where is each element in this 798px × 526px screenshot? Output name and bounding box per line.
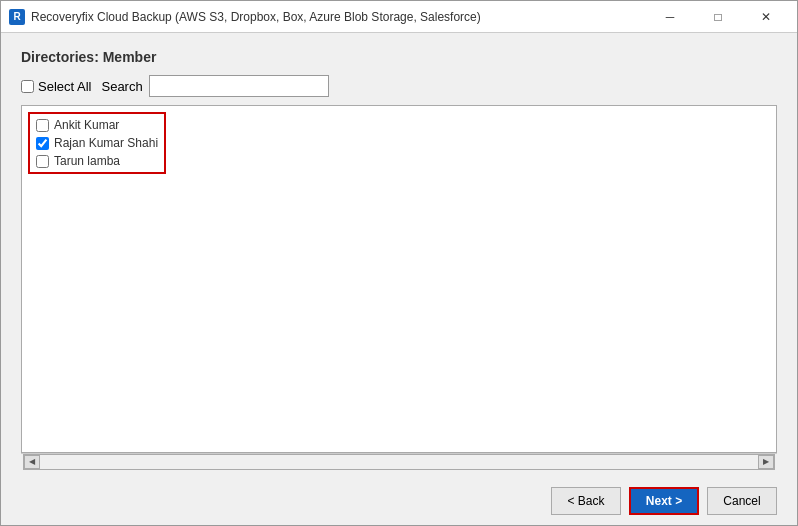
list-inner: Ankit Kumar Rajan Kumar Shahi Tarun lamb… [22,106,776,180]
footer: < Back Next > Cancel [1,477,797,525]
search-area: Search [101,75,328,97]
scroll-right-button[interactable]: ▶ [758,455,774,469]
member-checkbox-1[interactable] [36,137,49,150]
search-label: Search [101,79,142,94]
list-container: Ankit Kumar Rajan Kumar Shahi Tarun lamb… [21,105,777,453]
member-label-1[interactable]: Rajan Kumar Shahi [54,136,158,150]
next-button[interactable]: Next > [629,487,699,515]
scroll-left-button[interactable]: ◀ [24,455,40,469]
minimize-button[interactable]: ─ [647,3,693,31]
select-all-checkbox[interactable] [21,80,34,93]
select-all-checkbox-container[interactable]: Select All [21,79,91,94]
toolbar: Select All Search [21,75,777,97]
close-button[interactable]: ✕ [743,3,789,31]
title-bar: R Recoveryfix Cloud Backup (AWS S3, Drop… [1,1,797,33]
list-item[interactable]: Rajan Kumar Shahi [32,134,162,152]
window-title: Recoveryfix Cloud Backup (AWS S3, Dropbo… [31,10,481,24]
member-label-2[interactable]: Tarun lamba [54,154,120,168]
member-group: Ankit Kumar Rajan Kumar Shahi Tarun lamb… [28,112,166,174]
member-label-0[interactable]: Ankit Kumar [54,118,119,132]
app-icon: R [9,9,25,25]
search-input[interactable] [149,75,329,97]
maximize-button[interactable]: □ [695,3,741,31]
cancel-button[interactable]: Cancel [707,487,777,515]
main-content: Directories: Member Select All Search [1,33,797,477]
member-checkbox-2[interactable] [36,155,49,168]
title-bar-controls: ─ □ ✕ [647,3,789,31]
scrollbar-area: ◀ ▶ [21,453,777,469]
title-bar-left: R Recoveryfix Cloud Backup (AWS S3, Drop… [9,9,481,25]
main-window: R Recoveryfix Cloud Backup (AWS S3, Drop… [0,0,798,526]
select-all-area: Select All [21,79,91,94]
horizontal-scrollbar[interactable]: ◀ ▶ [23,454,775,470]
page-title: Directories: Member [21,49,777,65]
back-button[interactable]: < Back [551,487,621,515]
member-checkbox-0[interactable] [36,119,49,132]
list-item[interactable]: Ankit Kumar [32,116,162,134]
list-item[interactable]: Tarun lamba [32,152,162,170]
select-all-label[interactable]: Select All [38,79,91,94]
